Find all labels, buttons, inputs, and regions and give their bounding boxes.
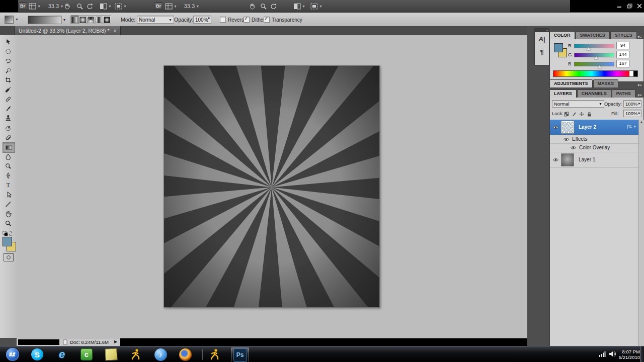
bridge-button[interactable]: Br — [154, 2, 163, 10]
b-slider-track[interactable] — [574, 62, 614, 66]
lock-transparency-icon[interactable] — [564, 110, 569, 119]
crop-tool[interactable] — [3, 75, 14, 85]
gradient-tool[interactable] — [3, 142, 15, 153]
screen-mode-button[interactable]: ▼ — [115, 2, 127, 10]
minimize-button[interactable] — [616, 3, 623, 9]
close-tab-icon[interactable]: × — [113, 28, 116, 34]
taskbar-button-skype[interactable]: S — [29, 347, 46, 361]
pen-tool[interactable] — [3, 171, 14, 180]
zoom-tool-button[interactable] — [260, 2, 267, 10]
adjustments-tab-adjustments[interactable]: ADJUSTMENTS — [549, 79, 593, 87]
bridge-button[interactable]: Br — [18, 2, 27, 10]
hand-button[interactable] — [249, 2, 256, 10]
layers-tab-paths[interactable]: PATHS — [612, 89, 635, 98]
paragraph-panel-icon[interactable]: ¶ — [535, 45, 549, 58]
eyedropper-tool[interactable] — [3, 85, 14, 95]
tool-preset-picker[interactable]: ▼ — [5, 15, 20, 24]
arrange-documents-button[interactable]: ▼ — [293, 2, 305, 10]
arrange-documents-button[interactable]: ▼ — [100, 2, 112, 10]
visibility-eye-icon[interactable] — [552, 125, 559, 130]
diamond-gradient-button[interactable] — [103, 15, 111, 24]
color-panel-menu-icon[interactable]: ▾≡ — [637, 35, 644, 39]
dither-checkbox-box[interactable] — [244, 17, 250, 23]
linear-gradient-button[interactable] — [70, 15, 79, 24]
show-desktop-button[interactable] — [640, 346, 644, 362]
hand-button[interactable] — [64, 2, 70, 10]
color-spectrum-ramp[interactable] — [553, 70, 630, 77]
foreground-color-swatch[interactable] — [554, 43, 563, 52]
taskbar-clock[interactable]: 8:07 PM 5/21/2010 — [619, 349, 640, 360]
lock-pixels-icon[interactable] — [572, 110, 577, 119]
gradient-picker-arrow[interactable]: ▼ — [61, 16, 67, 24]
hand-tool[interactable] — [3, 209, 14, 219]
visibility-eye-icon[interactable] — [570, 145, 577, 150]
r-slider-track[interactable] — [574, 44, 614, 48]
canvas-sunburst-image[interactable] — [164, 65, 380, 308]
taskbar-button-start[interactable] — [4, 347, 21, 361]
close-button[interactable] — [636, 3, 643, 9]
taskbar-button-torrent-client[interactable]: c — [78, 347, 95, 361]
black-chip[interactable] — [633, 70, 638, 77]
layers-tab-layers[interactable]: LAYERS — [549, 89, 577, 98]
taskbar-button-sticky-notes[interactable] — [103, 347, 120, 361]
layer-row[interactable]: Layer 1 — [550, 152, 638, 168]
scroll-up-icon[interactable]: ▲ — [639, 120, 644, 125]
move-tool[interactable] — [3, 37, 14, 47]
dither-checkbox[interactable]: Dither — [244, 17, 265, 23]
taskbar-button-aim[interactable] — [127, 347, 144, 361]
rotate-view-button[interactable] — [270, 2, 277, 10]
zoom-level-button[interactable]: 33.3▼ — [48, 2, 63, 10]
zoom-tool-button[interactable] — [76, 2, 83, 10]
layers-tab-channels[interactable]: CHANNELS — [577, 89, 611, 98]
dodge-tool[interactable] — [3, 161, 14, 171]
view-extras-button[interactable]: ▼ — [165, 2, 177, 10]
zoom-tool[interactable] — [3, 219, 14, 228]
character-panel-icon[interactable]: A| — [535, 32, 549, 45]
quick-select-tool[interactable] — [3, 66, 14, 75]
radial-gradient-button[interactable] — [78, 15, 87, 24]
color-tab-swatches[interactable]: SWATCHES — [576, 31, 610, 39]
quick-mask-button[interactable] — [4, 253, 14, 261]
layer-row[interactable]: Layer 2ƒx.▾ — [550, 120, 638, 135]
clone-stamp-tool[interactable] — [3, 114, 14, 123]
lock-all-icon[interactable] — [587, 110, 592, 119]
b-slider-thumb[interactable] — [598, 65, 602, 68]
visibility-eye-icon[interactable] — [552, 157, 559, 162]
color-tab-color[interactable]: COLOR — [549, 31, 575, 39]
fill-arrow[interactable]: ▸ — [638, 111, 640, 115]
line-tool[interactable] — [3, 200, 14, 209]
brush-tool[interactable] — [3, 104, 14, 114]
marquee-tool[interactable] — [3, 47, 14, 56]
layers-opacity-arrow[interactable]: ▸ — [638, 101, 640, 106]
lasso-tool[interactable] — [3, 56, 14, 66]
network-icon[interactable] — [599, 350, 606, 359]
default-swap-colors[interactable] — [3, 230, 14, 236]
history-brush-tool[interactable] — [3, 123, 14, 133]
adjustments-panel-menu-icon[interactable]: ▾≡ — [637, 83, 644, 87]
layer-thumbnail[interactable] — [561, 121, 574, 134]
layers-panel-menu-icon[interactable]: ▾≡ — [637, 93, 644, 98]
reverse-checkbox-box[interactable] — [220, 17, 226, 23]
blur-tool[interactable] — [3, 152, 14, 161]
taskbar-button-itunes[interactable]: ♪ — [152, 347, 169, 361]
blend-mode-dropdown[interactable]: Normal ▼ — [552, 100, 604, 108]
g-value-field[interactable]: 144 — [616, 51, 629, 58]
layer-fx-badge[interactable]: ƒx. — [626, 124, 632, 129]
layer-thumbnail[interactable] — [561, 153, 574, 166]
restore-button[interactable] — [626, 3, 633, 9]
b-value-field[interactable]: 167 — [616, 60, 629, 67]
transparency-checkbox-box[interactable] — [264, 17, 270, 23]
adjustments-tab-masks[interactable]: MASKS — [593, 79, 619, 87]
layers-scrollbar[interactable]: ▲ — [638, 120, 644, 349]
transparency-checkbox[interactable]: Transparency — [264, 17, 302, 23]
screen-mode-button[interactable]: ▼ — [310, 2, 323, 10]
eraser-tool[interactable] — [3, 133, 14, 142]
foreground-color-swatch[interactable] — [3, 237, 12, 246]
fx-collapse-icon[interactable]: ▾ — [634, 125, 636, 129]
angle-gradient-button[interactable] — [87, 15, 95, 24]
zoom-level-button[interactable]: 33.3▼ — [184, 2, 199, 10]
collapse-arrows-icon[interactable]: « — [535, 29, 549, 32]
reverse-checkbox[interactable]: Reverse — [220, 17, 247, 23]
view-extras-button[interactable]: ▼ — [29, 2, 41, 10]
mode-dropdown[interactable]: Normal ▼ — [137, 16, 174, 24]
